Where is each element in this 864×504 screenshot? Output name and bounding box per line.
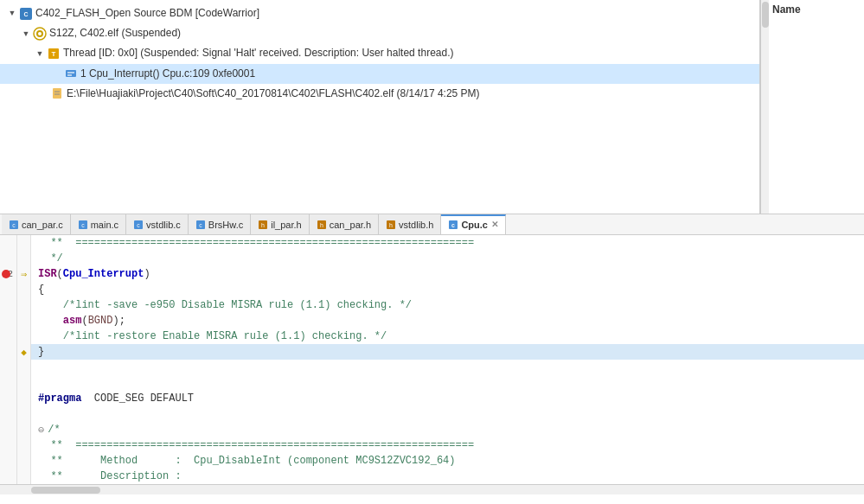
code-line-15: ** Method : Cpu_DisableInt (component MC… xyxy=(0,453,864,469)
line-marker-8: ◆ xyxy=(17,344,31,360)
tab-close-Cpu-c[interactable]: ✕ xyxy=(491,220,498,229)
line-marker-2 xyxy=(17,251,31,266)
line-marker-16 xyxy=(17,469,31,484)
tree-label-root: C402_FLASH_Open Source BDM [CodeWarrior] xyxy=(35,5,259,22)
code-line-6: asm(BGND); xyxy=(0,313,864,329)
h-file-tab-icon-6: h xyxy=(386,220,396,230)
line-marker-15 xyxy=(17,453,31,469)
tree-item-root[interactable]: ▼ C C402_FLASH_Open Source BDM [CodeWarr… xyxy=(0,3,759,23)
tab-Cpu-c[interactable]: c Cpu.c ✕ xyxy=(441,214,506,235)
tab-label-il-par-h: il_par.h xyxy=(271,220,301,230)
line-marker-4 xyxy=(17,282,31,297)
line-gutter-4 xyxy=(0,282,17,297)
svg-text:c: c xyxy=(137,222,140,228)
line-content-15: ** Method : Cpu_DisableInt (component MC… xyxy=(31,453,864,469)
line-content-9 xyxy=(31,360,864,375)
line-content-8: } xyxy=(31,344,864,360)
svg-text:c: c xyxy=(199,222,202,228)
s12z-icon xyxy=(33,27,47,41)
tab-label-can-par-c: can_par.c xyxy=(22,220,63,230)
line-content-7: /*lint -restore Enable MISRA rule (1.1) … xyxy=(31,329,864,344)
line-content-10 xyxy=(31,375,864,391)
line-content-3: ISR(Cpu_Interrupt) xyxy=(31,266,864,282)
line-gutter-2 xyxy=(0,251,17,266)
h-scroll-thumb[interactable] xyxy=(31,487,100,494)
line-gutter-3: 2 xyxy=(0,266,17,282)
line-gutter-6 xyxy=(0,313,17,329)
code-line-3: 2 ⇒ ISR(Cpu_Interrupt) xyxy=(0,266,864,282)
svg-text:c: c xyxy=(12,222,16,228)
code-line-7: /*lint -restore Enable MISRA rule (1.1) … xyxy=(0,329,864,344)
collapse-thread[interactable]: ▼ xyxy=(35,48,45,59)
svg-rect-10 xyxy=(53,88,61,99)
code-editor[interactable]: ** =====================================… xyxy=(0,235,864,504)
debug-panel: ▼ C C402_FLASH_Open Source BDM [CodeWarr… xyxy=(0,0,864,214)
svg-text:c: c xyxy=(81,222,85,228)
thread-icon: T xyxy=(47,47,61,61)
h-file-tab-icon-4: h xyxy=(258,220,268,230)
c-file-tab-icon-3: c xyxy=(195,220,206,230)
line-marker-7 xyxy=(17,329,31,344)
tree-item-frame[interactable]: 1 Cpu_Interrupt() Cpu.c:109 0xfe0001 xyxy=(0,64,759,84)
line-marker-6 xyxy=(17,313,31,329)
code-line-12 xyxy=(0,406,864,422)
tab-label-main-c: main.c xyxy=(91,220,118,230)
tab-main-c[interactable]: c main.c xyxy=(71,214,126,235)
collapse-s12z[interactable]: ▼ xyxy=(21,29,31,39)
svg-text:h: h xyxy=(389,222,393,228)
file-icon xyxy=(50,86,64,100)
line-gutter-12 xyxy=(0,406,17,422)
tree-item-s12z[interactable]: ▼ S12Z, C402.elf (Suspended) xyxy=(0,23,759,43)
tab-can-par-h[interactable]: h can_par.h xyxy=(310,214,379,235)
tree-item-file[interactable]: E:\File\Huajiaki\Project\C40\Soft\C40_20… xyxy=(0,84,759,104)
scrollbar-thumb[interactable] xyxy=(762,2,769,28)
svg-text:C: C xyxy=(23,11,28,17)
line-marker-3: ⇒ xyxy=(17,266,31,282)
code-line-14: ** =====================================… xyxy=(0,437,864,453)
code-line-4: { xyxy=(0,282,864,297)
line-content-11: #pragma CODE_SEG DEFAULT xyxy=(31,391,864,406)
line-gutter-13 xyxy=(0,422,17,437)
line-gutter-1 xyxy=(0,235,17,251)
horizontal-scrollbar[interactable] xyxy=(0,484,864,494)
line-content-6: asm(BGND); xyxy=(31,313,864,329)
svg-text:h: h xyxy=(320,222,323,228)
line-gutter-5 xyxy=(0,297,17,313)
tree-label-thread: Thread [ID: 0x0] (Suspended: Signal 'Hal… xyxy=(63,45,453,61)
collapse-comment-btn[interactable]: ⊖ xyxy=(38,424,44,437)
line-gutter-14 xyxy=(0,437,17,453)
line-marker-9 xyxy=(17,360,31,375)
tab-vstdlib-h[interactable]: h vstdlib.h xyxy=(379,214,441,235)
c-file-tab-icon-1: c xyxy=(78,220,88,230)
line-content-14: ** =====================================… xyxy=(31,437,864,453)
svg-point-4 xyxy=(38,32,42,35)
breakpoint-dot xyxy=(2,270,10,278)
line-content-1: ** =====================================… xyxy=(31,235,864,251)
frame-icon xyxy=(64,67,78,80)
tab-label-vstdlib-h: vstdlib.h xyxy=(399,220,433,230)
debug-tree[interactable]: ▼ C C402_FLASH_Open Source BDM [CodeWarr… xyxy=(0,0,760,214)
c-file-tab-icon-2: c xyxy=(133,220,144,230)
tab-BrsHw-c[interactable]: c BrsHw.c xyxy=(189,214,251,235)
tab-can-par-c[interactable]: c can_par.c xyxy=(2,214,71,235)
line-gutter-8 xyxy=(0,344,17,360)
line-content-13: ⊖/* xyxy=(31,422,864,437)
debug-scrollbar[interactable] xyxy=(760,0,769,214)
code-line-5: /*lint -save -e950 Disable MISRA rule (1… xyxy=(0,297,864,313)
line-marker-14 xyxy=(17,437,31,453)
line-marker-1 xyxy=(17,235,31,251)
line-marker-10 xyxy=(17,375,31,391)
tree-label-s12z: S12Z, C402.elf (Suspended) xyxy=(49,25,181,41)
collapse-root[interactable]: ▼ xyxy=(7,9,17,19)
line-content-2: */ xyxy=(31,251,864,266)
tab-label-can-par-h: can_par.h xyxy=(330,220,371,230)
code-line-2: */ xyxy=(0,251,864,266)
tab-label-BrsHw-c: BrsHw.c xyxy=(208,220,243,230)
tree-item-thread[interactable]: ▼ T Thread [ID: 0x0] (Suspended: Signal … xyxy=(0,43,759,63)
h-file-tab-icon-5: h xyxy=(317,220,327,230)
line-marker-5 xyxy=(17,297,31,313)
tab-il-par-h[interactable]: h il_par.h xyxy=(251,214,309,235)
name-panel: Name xyxy=(769,0,864,214)
svg-rect-7 xyxy=(66,70,76,77)
tab-vstdlib-c[interactable]: c vstdlib.c xyxy=(126,214,189,235)
